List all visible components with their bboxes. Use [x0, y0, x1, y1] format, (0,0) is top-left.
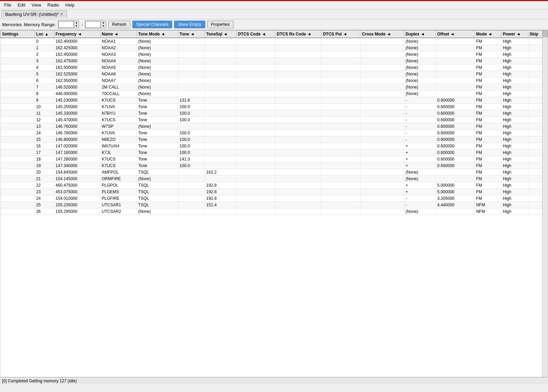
cell-dtcs_code	[236, 156, 275, 163]
table-row[interactable]: 0162.400000NOAA1(None)(None)FMHigh	[1, 38, 548, 45]
table-row[interactable]: 11145.330000N7BYUTone100.0-0.600000FMHig…	[1, 110, 548, 117]
table-row[interactable]: 19147.340000K7UCSTone100.0+0.600000FMHig…	[1, 163, 548, 169]
table-row[interactable]: 8446.00000070CCALL(None)(None)FMHigh	[1, 91, 548, 97]
cell-tonesql	[205, 156, 237, 163]
col-header-settings[interactable]: Settings	[1, 31, 35, 38]
cell-name: PLGEMS	[100, 189, 137, 195]
table-row[interactable]: 6162.550000NOAA7(None)(None)FMHigh	[1, 78, 548, 84]
cell-frequency: 145.330000	[54, 110, 100, 117]
table-row[interactable]: 12145.470000K7UCSTone100.0-0.600000FMHig…	[1, 117, 548, 123]
cell-tone_mode: (None)	[137, 123, 178, 130]
col-header-name[interactable]: Name ◄	[100, 31, 137, 38]
cell-duplex: (None)	[404, 176, 436, 182]
menu-view[interactable]: View	[29, 2, 44, 8]
cell-frequency: 145.470000	[54, 117, 100, 123]
table-container[interactable]: Settings Loc ▲ Frequency ◄ Name ◄ Tone M…	[0, 30, 548, 377]
table-row[interactable]: 13146.760000W7SP(None)-0.600000FMHigh	[1, 123, 548, 130]
menu-bar: File Edit View Radio Help	[0, 1, 548, 9]
table-row[interactable]: 26155.295000UTCSAR2(None)(None)NFMHigh	[1, 208, 548, 215]
table-row[interactable]: 3162.475000NOAA4(None)(None)FMHigh	[1, 58, 548, 64]
table-row[interactable]: 1162.425000NOAA2(None)(None)FMHigh	[1, 45, 548, 51]
cell-settings	[1, 58, 35, 64]
table-row[interactable]: 7146.5200002M CALL(None)(None)FMHigh	[1, 84, 548, 91]
range-start-up[interactable]: ▲	[74, 21, 79, 24]
cell-tone: 141.3	[178, 156, 205, 163]
table-row[interactable]: 24154.010000PLGFIRETSQL192.8-3.205000FMH…	[1, 195, 548, 202]
properties-button[interactable]: Properties	[207, 21, 234, 28]
status-text: [0] Completed Getting memory 127 (idle)	[2, 379, 77, 383]
menu-help[interactable]: Help	[62, 2, 77, 8]
col-header-duplex[interactable]: Duplex ◄	[404, 31, 436, 38]
cell-tone	[178, 189, 205, 195]
col-header-cross-mode[interactable]: Cross Mode ◄	[360, 31, 404, 38]
cell-dtcs_code	[236, 84, 275, 91]
cell-tonesql	[205, 176, 237, 182]
range-end-up[interactable]: ▲	[101, 21, 106, 24]
cell-dtcs_code	[236, 169, 275, 176]
table-row[interactable]: 17147.180000K7JLTone100.0+0.600000FMHigh	[1, 149, 548, 156]
range-end-down[interactable]: ▼	[101, 24, 106, 28]
cell-frequency: 154.145000	[54, 176, 100, 182]
table-row[interactable]: 5162.525000NOAA6(None)(None)FMHigh	[1, 71, 548, 78]
cell-cross_mode	[360, 78, 404, 84]
cell-dtcs_rx_code	[275, 78, 321, 84]
cell-settings	[1, 64, 35, 71]
col-header-mode[interactable]: Mode ◄	[475, 31, 501, 38]
col-header-tone[interactable]: Tone ◄	[178, 31, 205, 38]
menu-edit[interactable]: Edit	[15, 2, 28, 8]
range-end-input[interactable]: 127	[85, 21, 101, 28]
cell-dtcs_pol	[321, 84, 360, 91]
cell-name: NOAA6	[100, 71, 137, 78]
cell-settings	[1, 97, 35, 104]
col-header-dtcs-pol[interactable]: DTCS Pol ◄	[321, 31, 360, 38]
table-row[interactable]: 15146.800000N6EZOTone100.0-0.600000FMHig…	[1, 136, 548, 143]
col-header-dtcs-rx-code[interactable]: DTCS Rx Code ◄	[275, 31, 321, 38]
table-row[interactable]: 25155.235000UTCSAR1TSQL151.4-4.440000NFM…	[1, 202, 548, 208]
cell-loc: 5	[34, 71, 54, 78]
col-header-offset[interactable]: Offset ◄	[436, 31, 475, 38]
menu-radio[interactable]: Radio	[44, 2, 62, 8]
cell-duplex: +	[404, 149, 436, 156]
cell-duplex: -	[404, 123, 436, 130]
cell-tone_mode: (None)	[137, 51, 178, 58]
table-row[interactable]: 23453.075000PLGEMSTSQL192.8+5.000000FMHi…	[1, 189, 548, 195]
cell-dtcs_rx_code	[275, 110, 321, 117]
cell-power: High	[501, 117, 528, 123]
range-start-input[interactable]: 0	[58, 21, 74, 28]
table-row[interactable]: 21154.145000ORMFIRE(None)(None)FMHigh	[1, 176, 548, 182]
table-row[interactable]: 18147.280000K7UCSTone141.3+0.600000FMHig…	[1, 156, 548, 163]
table-row[interactable]: 20154.845000AMFPOLTSQL162.2(None)FMHigh	[1, 169, 548, 176]
cell-cross_mode	[360, 110, 404, 117]
table-row[interactable]: 9145.230000K7UCSTone131.8-0.600000FMHigh	[1, 97, 548, 104]
table-row[interactable]: 14146.780000K7UVATone100.0-0.600000FMHig…	[1, 130, 548, 136]
cell-name: NOAA4	[100, 58, 137, 64]
table-row[interactable]: 2162.450000NOAA3(None)(None)FMHigh	[1, 51, 548, 58]
table-row[interactable]: 22460.475000PLGPOLTSQL192.8+5.000000FMHi…	[1, 182, 548, 189]
cell-dtcs_pol	[321, 182, 360, 189]
menu-file[interactable]: File	[1, 2, 14, 8]
special-channels-button[interactable]: Special Channels	[132, 21, 172, 28]
show-empty-button[interactable]: Show Empty	[174, 21, 205, 28]
cell-tone: 131.8	[178, 97, 205, 104]
cell-cross_mode	[360, 208, 404, 215]
col-header-tonesql[interactable]: ToneSql ◄	[205, 31, 237, 38]
table-row[interactable]: 16147.020000WA7UAHTone100.0+0.600000FMHi…	[1, 143, 548, 149]
cell-tonesql	[205, 71, 237, 78]
range-end-spinbox[interactable]: 127 ▲ ▼	[85, 21, 106, 28]
table-row[interactable]: 10145.250000K7UVATone100.0-0.600000FMHig…	[1, 104, 548, 110]
col-header-power[interactable]: Power ◄	[501, 31, 528, 38]
cell-offset	[436, 91, 475, 97]
col-header-loc[interactable]: Loc ▲	[34, 31, 54, 38]
cell-dtcs_rx_code	[275, 143, 321, 149]
col-header-tone-mode[interactable]: Tone Mode ◄	[137, 31, 178, 38]
tab-main[interactable]: Baofeng UV-5R: (Untitled)* ✕	[1, 10, 67, 18]
cell-loc: 11	[34, 110, 54, 117]
close-icon[interactable]: ✕	[60, 12, 63, 17]
col-header-dtcs-code[interactable]: DTCS Code ◄	[236, 31, 275, 38]
col-header-frequency[interactable]: Frequency ◄	[54, 31, 100, 38]
range-start-spinbox[interactable]: 0 ▲ ▼	[58, 21, 79, 28]
refresh-button[interactable]: Refresh	[108, 21, 130, 28]
table-row[interactable]: 4162.500000NOAA5(None)(None)FMHigh	[1, 64, 548, 71]
range-start-down[interactable]: ▼	[74, 24, 79, 28]
scrollbar[interactable]	[542, 30, 548, 377]
